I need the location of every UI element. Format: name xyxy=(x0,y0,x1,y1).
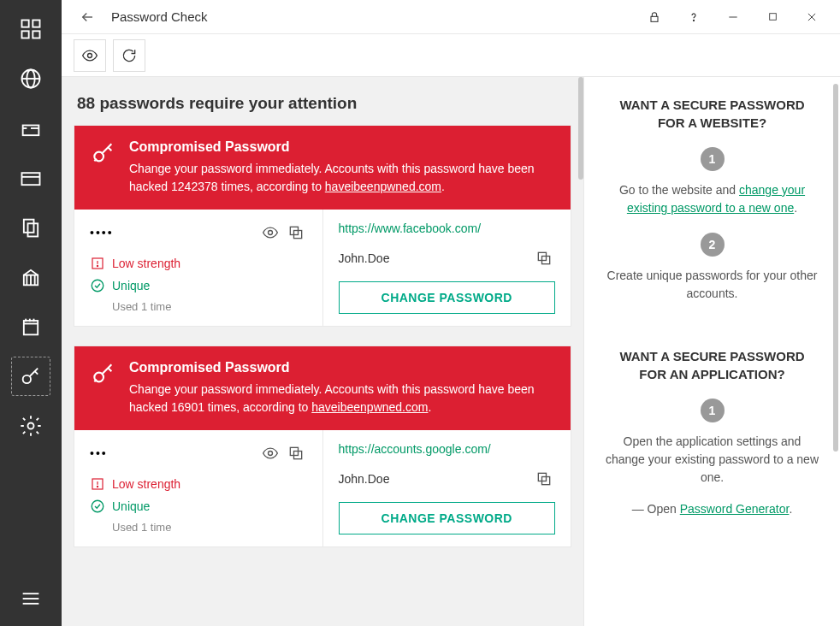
reveal-password-button[interactable] xyxy=(259,221,281,244)
sidebar-item-docs[interactable] xyxy=(12,209,50,246)
maximize-button[interactable] xyxy=(753,0,792,34)
tip-divider xyxy=(605,318,819,347)
tip-website-step1: Go to the website and change your existi… xyxy=(605,181,819,217)
refresh-button[interactable] xyxy=(113,39,145,72)
content: 88 passwords require your attention Comp… xyxy=(62,77,840,626)
hibp-link[interactable]: haveibeenpwned.com xyxy=(325,180,441,193)
minimize-icon xyxy=(727,11,739,23)
strength-label: Low strength xyxy=(112,257,180,270)
sidebar-item-menu[interactable] xyxy=(12,580,50,617)
sidebar-item-card[interactable] xyxy=(12,159,50,197)
reveal-all-button[interactable] xyxy=(74,39,106,72)
account-url[interactable]: https://www.facebook.com/ xyxy=(339,221,556,235)
sidebar-item-web[interactable] xyxy=(12,60,50,97)
svg-line-25 xyxy=(35,371,38,375)
strength-status: Low strength xyxy=(90,476,307,492)
unique-label: Unique xyxy=(112,499,150,513)
copy-icon xyxy=(287,445,305,462)
right-scrollbar[interactable] xyxy=(833,84,838,452)
svg-point-32 xyxy=(693,20,694,21)
card-row: ••• Low strength Unique Used 1 time xyxy=(74,430,571,546)
back-button[interactable] xyxy=(70,0,104,34)
svg-rect-31 xyxy=(651,16,658,21)
card-right: https://www.facebook.com/ John.Doe CHANG… xyxy=(323,210,571,326)
strength-label: Low strength xyxy=(112,477,180,491)
sidebar-item-passwords[interactable] xyxy=(12,357,50,395)
menu-icon xyxy=(19,587,43,611)
bank-icon xyxy=(19,265,43,289)
page-title: Password Check xyxy=(111,9,208,24)
svg-point-53 xyxy=(268,452,272,456)
refresh-icon xyxy=(121,47,138,64)
used-count: Used 1 time xyxy=(112,300,307,313)
warning-icon xyxy=(90,476,105,492)
password-card: Compromised Password Change your passwor… xyxy=(74,345,571,547)
svg-rect-3 xyxy=(33,31,39,38)
copy-password-button[interactable] xyxy=(285,442,307,464)
card-left: •••• Low strength Unique Used 1 tim xyxy=(74,210,323,326)
copy-username-button[interactable] xyxy=(533,468,555,490)
alert-title: Compromised Password xyxy=(129,139,555,155)
help-button[interactable] xyxy=(674,0,713,34)
documents-icon xyxy=(19,216,43,239)
sidebar-item-dashboard[interactable] xyxy=(12,10,50,48)
minimize-button[interactable] xyxy=(713,0,753,34)
card-left: ••• Low strength Unique Used 1 time xyxy=(74,430,323,546)
alert-content: Compromised Password Change your passwor… xyxy=(129,139,555,196)
password-mask: ••• xyxy=(90,446,256,460)
svg-rect-0 xyxy=(22,21,29,27)
copy-username-button[interactable] xyxy=(533,247,555,269)
strength-status: Low strength xyxy=(90,256,307,271)
used-count: Used 1 time xyxy=(112,521,307,534)
titlebar: Password Check xyxy=(62,0,840,34)
copy-icon xyxy=(535,250,553,267)
unique-status: Unique xyxy=(90,278,307,293)
alert-key-icon xyxy=(90,360,117,416)
eye-icon xyxy=(81,47,98,64)
check-circle-icon xyxy=(90,278,105,293)
close-button[interactable] xyxy=(792,0,831,34)
step-badge: 2 xyxy=(701,233,725,257)
sidebar-item-notes[interactable] xyxy=(12,308,50,345)
copy-password-button[interactable] xyxy=(285,221,307,244)
change-password-button[interactable]: CHANGE PASSWORD xyxy=(339,281,556,314)
card-row: •••• Low strength Unique Used 1 tim xyxy=(74,210,571,326)
reveal-password-button[interactable] xyxy=(259,442,281,464)
attention-heading: 88 passwords require your attention xyxy=(77,94,571,113)
alert-text-suffix: . xyxy=(428,400,431,414)
gear-icon xyxy=(19,414,43,438)
svg-point-59 xyxy=(92,500,104,512)
tip-text: Go to the website and xyxy=(619,183,739,197)
password-generator-link[interactable]: Password Generator xyxy=(680,502,790,516)
svg-rect-10 xyxy=(22,173,40,185)
svg-line-40 xyxy=(108,147,111,151)
svg-rect-1 xyxy=(33,21,39,27)
sidebar-item-id[interactable] xyxy=(12,109,50,147)
toolbar xyxy=(62,34,840,77)
password-mask: •••• xyxy=(90,226,256,239)
alert-key-icon xyxy=(90,139,117,196)
eye-icon xyxy=(262,445,279,462)
tip-website-heading: WANT A SECURE PASSWORD FOR A WEBSITE? xyxy=(605,96,819,132)
account-url[interactable]: https://accounts.google.com/ xyxy=(339,442,556,456)
svg-point-26 xyxy=(28,423,34,429)
main: Password Check 88 passwords require your… xyxy=(62,0,840,626)
svg-rect-12 xyxy=(24,220,34,233)
username: John.Doe xyxy=(339,251,530,265)
svg-point-47 xyxy=(92,280,104,292)
sidebar-item-settings[interactable] xyxy=(12,407,50,445)
sidebar-item-bank[interactable] xyxy=(12,258,50,296)
compromised-alert: Compromised Password Change your passwor… xyxy=(74,346,571,430)
hibp-link[interactable]: haveibeenpwned.com xyxy=(311,400,428,414)
svg-rect-7 xyxy=(23,126,39,136)
change-password-button[interactable]: CHANGE PASSWORD xyxy=(339,502,556,534)
username-line: John.Doe xyxy=(339,247,556,269)
card-icon xyxy=(19,166,43,190)
alert-body: Change your password immediately. Accoun… xyxy=(129,160,555,196)
svg-point-46 xyxy=(97,265,98,266)
lock-button[interactable] xyxy=(635,0,674,34)
unique-label: Unique xyxy=(112,279,150,292)
svg-rect-34 xyxy=(769,14,776,21)
alert-body: Change your password immediately. Accoun… xyxy=(129,381,555,416)
alert-text-suffix: . xyxy=(441,180,445,193)
